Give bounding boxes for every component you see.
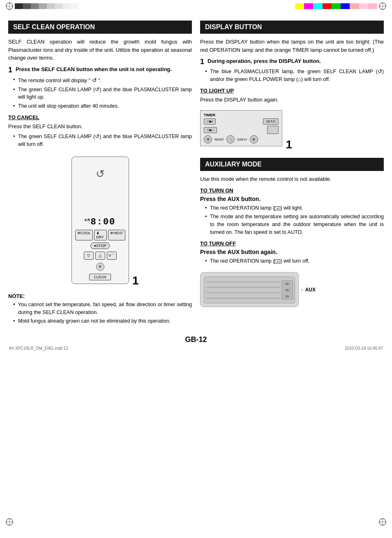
to-turn-on-bullet-1: The red OPERATION lamp (≡) will light.: [205, 204, 384, 212]
to-turn-on-heading: Press the AUX button.: [200, 196, 384, 202]
display-button-title: DISPLAY BUTTON: [200, 21, 384, 34]
to-cancel-text: Press the SELF CLEAN button.: [8, 122, 192, 131]
color-bar-top-right: [295, 3, 377, 9]
page-number: GB-12: [8, 335, 384, 344]
auxiliary-mode-section: AUXILIARY MODE Use this mode when the re…: [200, 158, 384, 308]
footer-info: AY-XPC18LR_OM_ENG.indd 12 2010-03-18 16:…: [8, 346, 384, 351]
aux-btn-2: [285, 289, 289, 291]
grille-line-2: [206, 287, 280, 288]
timer-btn-2: ☉▶○: [204, 127, 217, 133]
grille-line-3: [206, 292, 280, 293]
remote-settings-row: ⚙: [96, 263, 104, 271]
aux-grille: [206, 279, 280, 301]
to-turn-off-heading: Press the AUX button again.: [200, 249, 384, 255]
step1-bullets: The remote control will display " ↺ ". T…: [13, 76, 192, 110]
to-turn-on-bullet-2: The mode and the temperature setting are…: [205, 213, 384, 236]
self-clean-intro: SELF CLEAN operation will reduce the gro…: [8, 38, 192, 62]
dry-btn: 🌢DRY: [94, 230, 107, 240]
remote-diagram: ↺ AM8:00 ❄COOL 🌢DRY ❄HEAT ●STOP: [71, 157, 129, 284]
clean-label: CLEAN: [89, 274, 111, 280]
diagram-number-1: 1: [132, 274, 139, 287]
up-arrow-btn: △: [95, 252, 105, 260]
to-turn-off-title: TO TURN OFF: [200, 240, 384, 247]
fan-btn: D⌒: [107, 252, 117, 260]
self-clean-step1-heading: 1 Press the SELF CLEAN button when the u…: [8, 66, 192, 74]
note-bullets: You cannot set the temperature, fan spee…: [13, 301, 192, 325]
aux-btn-1: [285, 283, 289, 285]
timer-display-icon: 🔍: [226, 135, 235, 143]
note-bullet-1: You cannot set the temperature, fan spee…: [13, 301, 192, 316]
aux-unit-image: ← AUX: [200, 272, 299, 307]
display-step1-heading: 1 During operation, press the DISPLAY bu…: [200, 58, 384, 65]
remote-clean-symbol: ↺: [96, 168, 105, 180]
cool-btn: ❄COOL: [75, 230, 93, 240]
display-step1-number: 1: [200, 58, 204, 65]
to-cancel-bullets: The green SELF CLEAN LAMP (↺) and the bl…: [13, 133, 192, 148]
timer-diagram-number: 1: [286, 138, 292, 151]
to-cancel-bullet-1: The green SELF CLEAN LAMP (↺) and the bl…: [13, 133, 192, 148]
note-section: NOTE: You cannot set the temperature, fa…: [8, 293, 192, 325]
remote-time-display: AM8:00: [85, 217, 116, 227]
remote-diagram-container: ↺ AM8:00 ❄COOL 🌢DRY ❄HEAT ●STOP: [71, 152, 129, 288]
reg-mark-tr: [379, 2, 386, 10]
stop-btn: ●STOP: [90, 242, 110, 249]
to-cancel-title: TO CANCEL: [8, 114, 192, 120]
timer-row-2: ☉▶○: [204, 126, 279, 134]
to-turn-on-bullets: The red OPERATION lamp (≡) will light. T…: [205, 204, 384, 236]
settings-icon: ⚙: [96, 263, 104, 271]
timer-extra-icon: ⚙: [250, 135, 258, 143]
auxiliary-mode-intro: Use this mode when the remote control is…: [200, 175, 384, 183]
remote-diagram-wrapper: ↺ AM8:00 ❄COOL 🌢DRY ❄HEAT ●STOP: [8, 152, 192, 288]
to-turn-off-bullet-1: The red OPERATION lamp (≡) will turn off…: [205, 257, 384, 265]
step1-bullet-1: The remote control will display " ↺ ".: [13, 76, 192, 85]
remote-arrows: ▽ △ D⌒: [84, 252, 117, 260]
grille-line-1: [206, 282, 280, 282]
down-arrow-btn: ▽: [84, 252, 94, 260]
self-clean-section: SELF CLEAN OPERATION SELF CLEAN operatio…: [8, 21, 192, 329]
timer-reset-label: RESET: [214, 138, 224, 141]
timer-panel: TIMER ☉▶I SET/C ☉▶○: [200, 110, 282, 146]
step1-label: Press the SELF CLEAN button when the uni…: [16, 66, 192, 72]
auxiliary-mode-title: AUXILIARY MODE: [200, 158, 384, 171]
aux-control-panel: [281, 280, 293, 300]
color-bar-top-left: [15, 3, 78, 9]
to-turn-off-bullets: The red OPERATION lamp (≡) will turn off…: [205, 257, 384, 265]
aux-label: AUX: [305, 287, 316, 293]
display-button-intro: Press the DISPLAY button when the lamps …: [200, 38, 384, 54]
to-light-up-text: Press the DISPLAY button again.: [200, 96, 384, 104]
timer-panel-title: TIMER: [204, 113, 279, 117]
timer-bottom-row: ⚙ RESET 🔍 DISPLY ⚙: [204, 135, 279, 143]
timer-reset-icon: ⚙: [204, 135, 212, 143]
timer-panel-wrapper: TIMER ☉▶I SET/C ☉▶○: [200, 107, 384, 150]
self-clean-title: SELF CLEAN OPERATION: [8, 21, 192, 34]
timer-btn-1: ☉▶I: [204, 118, 216, 125]
display-step1-bullets: The blue PLASMACLUSTER lamp, the green S…: [205, 68, 384, 83]
step1-number: 1: [8, 66, 12, 74]
step1-bullet-2: The green SELF CLEAN LAMP (↺) and the bl…: [13, 86, 192, 102]
footer-left: AY-XPC18LR_OM_ENG.indd 12: [9, 346, 68, 351]
timer-diagram-container: TIMER ☉▶I SET/C ☉▶○: [200, 107, 282, 150]
step1-bullet-3: The unit will stop operation after 40 mi…: [13, 102, 192, 110]
to-light-up-title: TO LIGHT UP: [200, 88, 384, 94]
timer-row-1: ☉▶I SET/C: [204, 118, 279, 125]
right-column: DISPLAY BUTTON Press the DISPLAY button …: [200, 21, 384, 329]
reg-mark-tl: [6, 2, 13, 10]
heat-btn: ❄HEAT: [108, 230, 125, 240]
aux-btn-3: [285, 295, 289, 298]
note-title: NOTE:: [8, 293, 192, 299]
aux-label-container: ← AUX: [300, 287, 316, 293]
display-step1-label: During operation, press the DISPLAY butt…: [208, 58, 384, 64]
display-bullet-1: The blue PLASMACLUSTER lamp, the green S…: [205, 68, 384, 83]
note-bullet-2: Mold fungus already grown can not be eli…: [13, 317, 192, 325]
remote-mode-buttons: ❄COOL 🌢DRY ❄HEAT: [75, 230, 125, 240]
display-button-section: DISPLAY BUTTON Press the DISPLAY button …: [200, 21, 384, 150]
to-turn-on-title: TO TURN ON: [200, 187, 384, 194]
timer-btn-setc: SET/C: [263, 118, 279, 125]
footer-right: 2010-03-18 16:45:47: [345, 346, 383, 351]
aux-unit-body: [204, 277, 295, 303]
timer-display-label: DISPLY: [237, 138, 247, 141]
grille-line-4: [206, 298, 280, 299]
timer-empty-btn: [267, 126, 279, 134]
aux-image-wrapper: ← AUX: [200, 272, 299, 307]
